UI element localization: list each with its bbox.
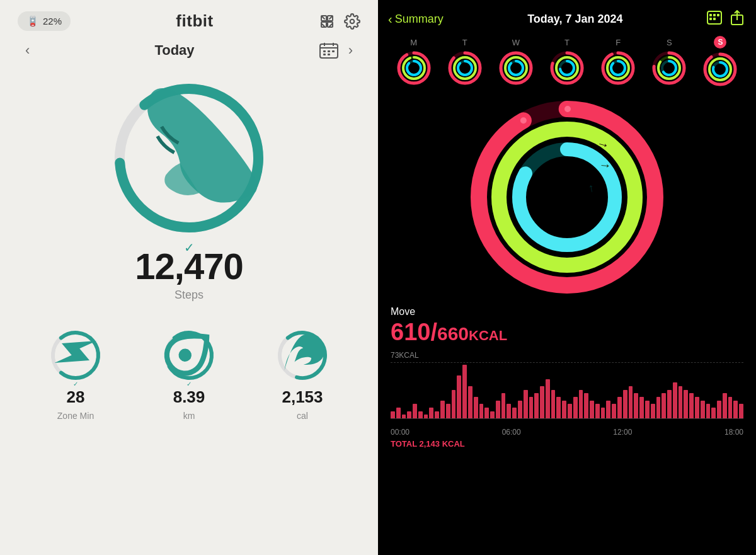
chart-bar <box>733 401 738 418</box>
chart-bar <box>651 404 655 418</box>
day-ring-f <box>599 49 637 87</box>
calendar-grid-icon[interactable] <box>707 11 722 28</box>
activity-date: Today, 7 Jan 2024 <box>527 13 622 26</box>
move-label: Move <box>391 306 743 318</box>
notification-icon[interactable] <box>319 13 335 30</box>
x-label-0000: 00:00 <box>391 428 410 437</box>
main-rings-container: → → ↑ <box>378 93 756 301</box>
next-day-button[interactable]: › <box>348 42 353 59</box>
chart-bar <box>673 382 677 418</box>
week-day-f[interactable]: F <box>599 38 637 87</box>
day-label-w: W <box>512 38 520 47</box>
svg-point-35 <box>407 61 421 75</box>
chart-bar <box>546 379 550 418</box>
svg-point-59 <box>611 61 625 75</box>
chart-bar <box>584 393 588 418</box>
km-ring: ✓ <box>161 327 217 384</box>
back-button[interactable]: ‹ Summary <box>388 12 444 26</box>
prev-day-button[interactable]: ‹ <box>25 42 30 59</box>
back-chevron-icon: ‹ <box>388 12 392 26</box>
cal-ring <box>274 327 331 384</box>
chart-bar <box>418 411 423 418</box>
chart-bar <box>573 397 578 418</box>
back-label: Summary <box>395 13 444 26</box>
week-row: M T <box>378 33 756 93</box>
chart-bar <box>601 408 605 418</box>
chart-bar <box>689 393 694 418</box>
chart-bar <box>639 397 644 418</box>
chart-bar <box>429 408 433 418</box>
cal-stat: 2,153 cal <box>274 327 331 421</box>
chart-bar <box>623 390 627 418</box>
steps-ring-center: ✓ <box>107 74 271 255</box>
chart-bar <box>684 390 688 418</box>
chart-x-labels: 00:00 06:00 12:00 18:00 <box>391 428 743 437</box>
activity-header-icons <box>707 10 743 28</box>
km-unit: km <box>183 411 195 421</box>
day-label-f: F <box>616 38 621 47</box>
settings-icon[interactable] <box>344 13 360 30</box>
total-kcal-label: TOTAL 2,143 KCAL <box>391 439 743 449</box>
move-current: 610 <box>391 319 430 345</box>
fitbit-header: 🪫 22% fitbit <box>0 0 378 37</box>
battery-icon: 🪫 <box>26 15 39 27</box>
chart-bar <box>723 393 727 418</box>
chart-bar <box>446 404 450 418</box>
chart-bar <box>462 365 467 418</box>
move-value: 610/660KCAL <box>391 319 743 346</box>
chart-bar <box>739 404 743 418</box>
chart-bar <box>667 390 672 418</box>
day-label-m: M <box>410 38 417 47</box>
day-ring-s <box>650 49 688 87</box>
week-day-s[interactable]: S <box>650 38 688 87</box>
chart-bar <box>579 390 583 418</box>
chart-bar <box>595 404 600 418</box>
svg-text:→: → <box>598 157 612 173</box>
km-ring-center: ✓ <box>161 324 217 387</box>
chart-bar <box>629 386 633 418</box>
day-label-t2: T <box>564 38 570 47</box>
chart-bar <box>474 397 478 418</box>
fitbit-logo: fitbit <box>176 11 213 31</box>
chart-bar <box>562 401 566 418</box>
week-day-t1[interactable]: T <box>446 38 484 87</box>
chart-bar <box>457 375 461 418</box>
week-day-s2[interactable]: S <box>701 36 739 88</box>
chart-bar <box>717 401 721 418</box>
calendar-icon[interactable] <box>319 42 338 59</box>
x-label-0600: 06:00 <box>502 428 521 437</box>
day-label-s2: S <box>714 36 726 49</box>
day-label-s: S <box>667 38 672 47</box>
week-day-m[interactable]: M <box>395 38 433 87</box>
activity-header: ‹ Summary Today, 7 Jan 2024 <box>378 0 756 33</box>
km-stat: ✓ 8.39 km <box>161 327 217 421</box>
chart-bar <box>728 397 733 418</box>
chart-bar <box>711 408 716 418</box>
chart-bar <box>695 397 699 418</box>
chart-bar <box>612 404 616 418</box>
day-ring-s2 <box>701 50 739 88</box>
share-icon[interactable] <box>731 10 743 28</box>
svg-point-20 <box>176 346 194 364</box>
chart-bar <box>484 408 489 418</box>
chart-bar <box>634 393 638 418</box>
cal-ring-center <box>274 327 331 384</box>
chart-bar <box>518 401 522 418</box>
battery-level: 22% <box>43 16 62 26</box>
chart-bar <box>435 411 439 418</box>
chart-bar <box>524 390 528 418</box>
zone-min-ring-center: ✓ <box>47 324 104 387</box>
svg-rect-28 <box>713 18 716 20</box>
svg-point-4 <box>350 19 355 23</box>
day-ring-m <box>395 49 433 87</box>
week-day-w[interactable]: W <box>497 38 535 87</box>
week-day-t2[interactable]: T <box>548 38 586 87</box>
chart-bar <box>662 393 666 418</box>
chart-bar <box>679 386 683 418</box>
lightning-icon <box>36 312 116 392</box>
chart-bar <box>701 401 705 418</box>
svg-point-47 <box>509 61 523 75</box>
chart-bar <box>479 404 484 418</box>
svg-rect-10 <box>328 50 330 52</box>
x-label-1800: 18:00 <box>724 428 743 437</box>
